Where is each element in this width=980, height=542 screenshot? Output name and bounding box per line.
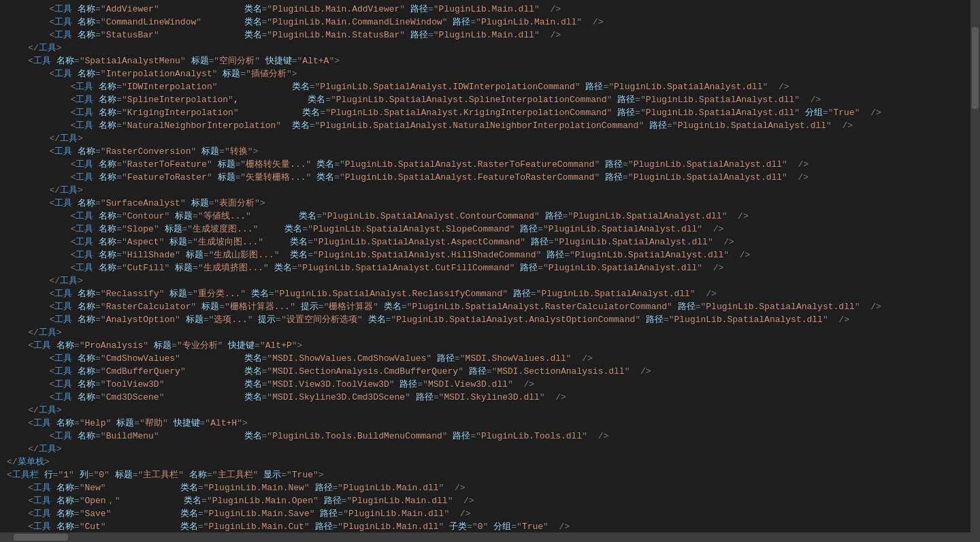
- code-line: <工具 名称="HillShade" 标题="生成山影图..." 类名="Plu…: [5, 249, 970, 261]
- code-line: <工具 名称="CmdBufferQuery" 类名="MSDI.Section…: [5, 365, 970, 378]
- code-line: <工具 名称="Contour" 标题="等値线..." 类名="PluginL…: [5, 210, 970, 223]
- scrollbar-thumb-vertical[interactable]: [972, 27, 979, 109]
- code-line: <工具 名称="SpatialAnalystMenu" 标题="空间分析" 快捷…: [5, 54, 970, 67]
- code-line: </工具>: [5, 443, 970, 456]
- code-line: <工具栏 行="1" 列="0" 标题="主工具栏" 名称="主工具栏" 显示=…: [5, 468, 970, 481]
- code-area[interactable]: <工具 名称="AddViewer" 类名="PluginLib.Main.Ad…: [0, 0, 970, 532]
- code-line: <工具 名称="RasterCalculator" 标题="栅格计算器..." …: [5, 300, 970, 313]
- code-line: <工具 名称="Save" 类名="PluginLib.Main.Save" 路…: [5, 507, 970, 520]
- code-line: <工具 名称="Cmd3DScene" 类名="MSDI.Skyline3D.C…: [5, 391, 970, 404]
- code-line: <工具 名称="InterpolationAnalyst" 标题="插値分析">: [5, 67, 970, 80]
- code-line: <工具 名称="StatusBar" 类名="PluginLib.Main.St…: [5, 29, 970, 42]
- code-line: <工具 名称="Cut" 类名="PluginLib.Main.Cut" 路径=…: [5, 520, 970, 532]
- code-line: <工具 名称="NaturalNeighborInterpolation" 类名…: [5, 119, 970, 132]
- code-line: </工具>: [5, 42, 970, 54]
- code-line: <工具 名称="SplineInterpolation", 类名="Plugin…: [5, 93, 970, 106]
- code-line: <工具 名称="ToolView3D" 类名="MSDI.View3D.Tool…: [5, 378, 970, 391]
- scrollbar-thumb-horizontal[interactable]: [14, 534, 68, 541]
- code-line: <工具 名称="New" 类名="PluginLib.Main.New" 路径=…: [5, 481, 970, 494]
- code-line: <工具 名称="Help" 标题="帮助" 快捷键="Alt+H">: [5, 417, 970, 430]
- code-line: </菜单栈>: [5, 456, 970, 468]
- scrollbar-vertical[interactable]: [970, 0, 980, 542]
- code-line: </工具>: [5, 132, 970, 145]
- code-line: <工具 名称="Slope" 标题="生成坡度图..." 类名="PluginL…: [5, 223, 970, 236]
- scrollbar-horizontal[interactable]: [0, 532, 970, 542]
- code-line: <工具 名称="FeatureToRaster" 标题="矢量转栅格..." 类…: [5, 171, 970, 184]
- code-line: <工具 名称="RasterToFeature" 标题="栅格转矢量..." 类…: [5, 158, 970, 171]
- code-line: <工具 名称="Open，" 类名="PluginLib.Main.Open" …: [5, 494, 970, 507]
- code-line: <工具 名称="RasterConversion" 标题="转换">: [5, 145, 970, 158]
- code-line: <工具 名称="KrigingInterpolation" 类名="Plugin…: [5, 106, 970, 119]
- code-line: </工具>: [5, 326, 970, 339]
- code-line: <工具 名称="ProAnalysis" 标题="专业分析" 快捷键="Alt+…: [5, 339, 970, 352]
- code-line: </工具>: [5, 274, 970, 287]
- code-line: </工具>: [5, 404, 970, 417]
- code-line: <工具 名称="IDWInterpolation" 类名="PluginLib.…: [5, 80, 970, 93]
- code-line: <工具 名称="Aspect" 标题="生成坡向图..." 类名="Plugin…: [5, 236, 970, 249]
- code-line: <工具 名称="SurfaceAnalyst" 标题="表面分析">: [5, 197, 970, 210]
- code-line: <工具 名称="CutFill" 标题="生成填挤图..." 类名="Plugi…: [5, 261, 970, 274]
- code-line: <工具 名称="AnalystOption" 标题="选项..." 提示="设置…: [5, 313, 970, 326]
- code-line: <工具 名称="BuildMenu" 类名="PluginLib.Tools.B…: [5, 430, 970, 443]
- code-line: <工具 名称="AddViewer" 类名="PluginLib.Main.Ad…: [5, 3, 970, 16]
- code-line: </工具>: [5, 184, 970, 197]
- code-line: <工具 名称="Reclassify" 标题="重分类..." 类名="Plug…: [5, 287, 970, 300]
- editor-container: <工具 名称="AddViewer" 类名="PluginLib.Main.Ad…: [0, 0, 980, 542]
- code-line: <工具 名称="CmdShowValues" 类名="MSDI.ShowValu…: [5, 352, 970, 365]
- code-line: <工具 名称="CommandLineWindow" 类名="PluginLib…: [5, 16, 970, 29]
